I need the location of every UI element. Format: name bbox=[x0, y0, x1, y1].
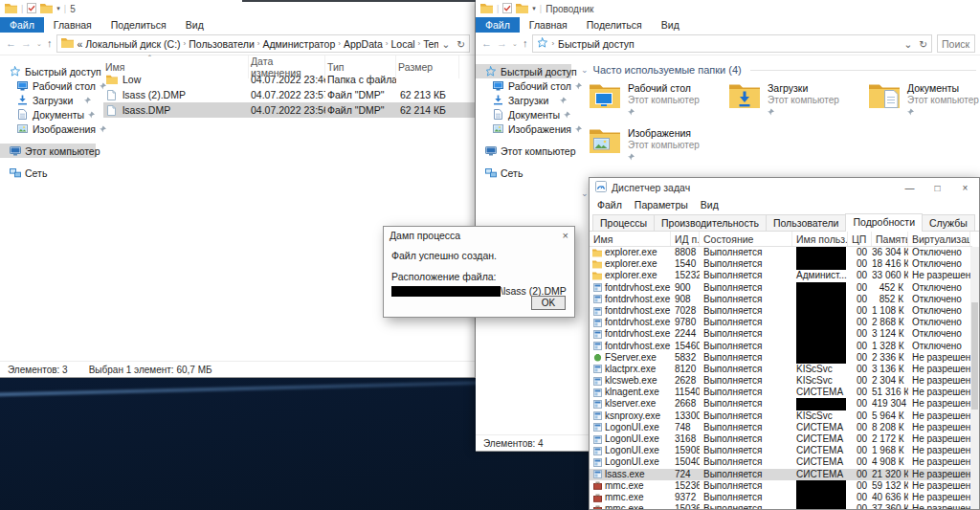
breadcrumb-item[interactable]: Локальный диск (C:) bbox=[85, 38, 180, 50]
sidebar-item[interactable]: Изображения bbox=[0, 122, 96, 136]
refresh-icon[interactable]: ↻ bbox=[457, 38, 465, 50]
ribbon-tab[interactable]: Файл bbox=[476, 17, 520, 33]
qat-customize-icon[interactable]: ▾ bbox=[532, 5, 536, 12]
forward-button[interactable]: → bbox=[497, 38, 507, 49]
column-header-date[interactable]: Дата изменения bbox=[249, 55, 325, 78]
qat-customize-icon[interactable]: ▾ bbox=[56, 5, 60, 12]
sidebar-item[interactable]: Этот компьютер bbox=[0, 144, 96, 158]
breadcrumb-item[interactable]: Администратор bbox=[262, 38, 335, 50]
properties-icon[interactable] bbox=[27, 3, 36, 15]
breadcrumb-item[interactable]: Local bbox=[390, 38, 414, 50]
process-row[interactable]: FServer.exe 5832 Выполняется 00 2 336 К … bbox=[590, 352, 972, 364]
menu-item[interactable]: Вид bbox=[701, 199, 719, 211]
ok-button[interactable]: OK bbox=[531, 296, 566, 310]
sidebar-item[interactable]: Быстрый доступ bbox=[476, 64, 571, 78]
process-row[interactable]: mmc.exe 15236 Выполняется 00 59 132 К Не… bbox=[590, 480, 972, 492]
process-row[interactable]: ksnproxy.exe 13300 Выполняется KIScSvc 0… bbox=[590, 410, 972, 422]
column-header-type[interactable]: Тип bbox=[325, 55, 396, 78]
tab[interactable]: Подробности bbox=[845, 213, 923, 232]
refresh-icon[interactable]: ↻ bbox=[919, 38, 927, 50]
column-header-size[interactable]: Размер bbox=[396, 55, 459, 78]
ribbon-tab[interactable]: Поделиться bbox=[101, 17, 176, 33]
new-folder-icon[interactable] bbox=[40, 3, 53, 15]
sidebar-item[interactable]: Сеть bbox=[476, 166, 571, 180]
sidebar-item[interactable]: Документы bbox=[0, 107, 96, 122]
process-row[interactable]: klactprx.exe 8120 Выполняется KIScSvc 00… bbox=[590, 364, 972, 375]
folder-tile[interactable]: Загрузки Этот компьютер bbox=[728, 82, 868, 118]
breadcrumb-item[interactable]: AppData bbox=[344, 38, 383, 50]
address-dropdown-icon[interactable]: ⌄ bbox=[903, 38, 912, 50]
up-button[interactable]: ↑ bbox=[523, 38, 528, 49]
column-header-name[interactable]: Имяˆ bbox=[103, 55, 249, 78]
process-row[interactable]: LogonUI.exe 748 Выполняется СИСТЕМА 00 8… bbox=[590, 422, 972, 433]
process-row[interactable]: mmc.exe 9372 Выполняется 00 40 636 К Не … bbox=[590, 492, 972, 503]
tab[interactable]: Производительность bbox=[654, 214, 767, 231]
process-row[interactable]: LogonUI.exe 15040 Выполняется СИСТЕМА 00… bbox=[590, 456, 972, 468]
process-row[interactable]: fontdrvhost.exe 908 Выполняется 00 852 К… bbox=[590, 294, 972, 305]
breadcrumb-item[interactable]: Temp bbox=[423, 38, 438, 50]
sidebar-item[interactable]: Рабочий стол bbox=[476, 78, 571, 93]
up-button[interactable]: ↑ bbox=[47, 38, 53, 49]
tab[interactable]: Пользователи bbox=[766, 214, 847, 231]
group-header-frequent[interactable]: ⌄ Часто используемые папки (4) bbox=[581, 64, 976, 76]
process-row[interactable]: LogonUI.exe 3168 Выполняется СИСТЕМА 00 … bbox=[590, 433, 972, 445]
process-row[interactable]: klnagent.exe 11540 Выполняется СИСТЕМА 0… bbox=[590, 387, 972, 398]
process-row[interactable]: fontdrvhost.exe 7028 Выполняется 00 1 10… bbox=[590, 305, 972, 317]
column-header-pid[interactable]: ИД п... bbox=[671, 232, 700, 246]
column-header-user[interactable]: Имя польз... bbox=[792, 232, 848, 246]
column-header-memory[interactable]: Память (а... bbox=[872, 232, 908, 246]
folder-tile[interactable]: Рабочий стол Этот компьютер bbox=[589, 82, 728, 118]
sidebar-item[interactable]: Изображения bbox=[476, 122, 571, 136]
folder-tile[interactable]: Документы Этот компьютер bbox=[868, 82, 980, 118]
forward-button[interactable]: → bbox=[21, 38, 32, 49]
process-row[interactable]: explorer.exe 8808 Выполняется 00 36 304 … bbox=[590, 247, 972, 258]
process-row[interactable]: klserver.exe 2668 Выполняется 00 419 304… bbox=[590, 398, 972, 410]
process-row[interactable]: LogonUI.exe 15908 Выполняется СИСТЕМА 00… bbox=[590, 445, 972, 456]
file-row[interactable]: lsass.DMP 04.07.2022 23:56 Файл "DMP" 62… bbox=[103, 102, 475, 118]
address-bar[interactable]: « Локальный диск (C:)›Пользователи›Админ… bbox=[56, 34, 470, 53]
address-dropdown-icon[interactable]: ⌄ bbox=[441, 38, 450, 50]
scrollbar[interactable] bbox=[970, 247, 979, 509]
folder-tile[interactable]: Изображения Этот компьютер bbox=[589, 127, 728, 163]
process-row[interactable]: lsass.exe 724 Выполняется СИСТЕМА 00 21 … bbox=[590, 469, 972, 480]
process-row[interactable]: fontdrvhost.exe 15460 Выполняется 00 1 3… bbox=[590, 341, 972, 352]
collapse-chevron-icon[interactable]: ⌄ bbox=[581, 188, 589, 198]
breadcrumb-item[interactable]: Пользователи bbox=[189, 38, 255, 50]
ribbon-tab[interactable]: Вид bbox=[652, 17, 689, 33]
column-header-name[interactable]: Имяˆ bbox=[590, 232, 671, 246]
back-button[interactable]: ← bbox=[6, 38, 16, 49]
ribbon-tab[interactable]: Главная bbox=[44, 17, 101, 33]
recent-locations-icon[interactable]: ⌄ bbox=[512, 40, 518, 47]
sidebar-item[interactable]: Этот компьютер bbox=[476, 144, 571, 158]
close-button[interactable]: × bbox=[553, 230, 568, 241]
maximize-button[interactable]: □ bbox=[924, 178, 951, 197]
sidebar-item[interactable]: Сеть bbox=[0, 166, 96, 180]
process-row[interactable]: fontdrvhost.exe 9780 Выполняется 00 2 86… bbox=[590, 317, 972, 328]
sidebar-item[interactable]: Документы bbox=[476, 107, 571, 122]
menu-item[interactable]: Файл bbox=[597, 199, 622, 211]
process-row[interactable]: mmc.exe 15036 Выполняется 00 37 360 К Не… bbox=[590, 503, 972, 509]
minimize-button[interactable]: — bbox=[896, 178, 924, 197]
scrollbar-thumb[interactable] bbox=[971, 302, 978, 410]
sidebar-item[interactable]: Быстрый доступ bbox=[0, 64, 96, 78]
address-bar[interactable]: › Быстрый доступ ⌄ ↻ bbox=[532, 34, 932, 53]
process-row[interactable]: klcsweb.exe 2628 Выполняется KIScSvc 00 … bbox=[590, 375, 972, 387]
process-row[interactable]: fontdrvhost.exe 2244 Выполняется 00 3 12… bbox=[590, 328, 972, 340]
ribbon-tab[interactable]: Главная bbox=[520, 17, 577, 33]
sidebar-item[interactable]: Загрузки bbox=[0, 93, 96, 107]
collapse-chevron-icon[interactable]: ⌄ bbox=[581, 65, 589, 75]
column-header-virtualization[interactable]: Виртуализаци... bbox=[908, 232, 970, 246]
breadcrumb-item[interactable]: Быстрый доступ bbox=[558, 38, 635, 50]
recent-locations-icon[interactable]: ⌄ bbox=[36, 40, 42, 47]
close-button[interactable]: × bbox=[951, 178, 979, 197]
file-row[interactable]: lsass (2).DMP 04.07.2022 23:57 Файл "DMP… bbox=[103, 87, 475, 102]
properties-icon[interactable] bbox=[502, 3, 512, 15]
process-row[interactable]: explorer.exe 1540 Выполняется 00 18 416 … bbox=[590, 258, 972, 270]
sidebar-item[interactable]: Загрузки bbox=[476, 93, 571, 107]
column-header-cpu[interactable]: ЦП bbox=[848, 232, 872, 246]
process-row[interactable]: explorer.exe 15232 Выполняется Админист.… bbox=[590, 270, 972, 281]
back-button[interactable]: ← bbox=[481, 38, 492, 49]
column-header-status[interactable]: Состояние bbox=[700, 232, 792, 246]
ribbon-tab[interactable]: Файл bbox=[0, 17, 44, 33]
process-row[interactable]: fontdrvhost.exe 900 Выполняется 00 452 К… bbox=[590, 282, 972, 294]
